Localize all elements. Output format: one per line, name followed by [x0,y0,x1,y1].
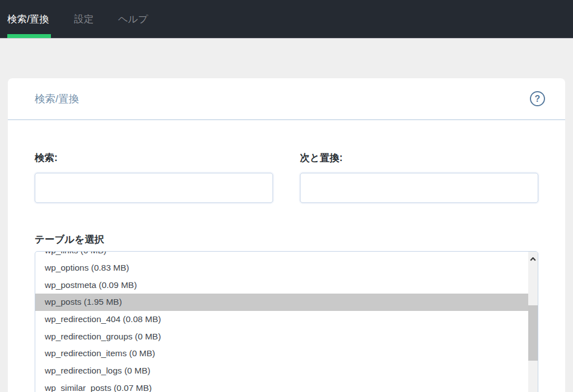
listbox-scrollbar[interactable] [528,252,538,392]
table-option-row[interactable]: wp_postmeta (0.09 MB) [35,276,528,294]
tables-listbox[interactable]: wp_links (0 MB)wp_options (0.83 MB)wp_po… [35,251,538,392]
table-option-row[interactable]: wp_links (0 MB) [35,251,528,259]
tab-settings[interactable]: 設定 [74,0,93,38]
panel-header: 検索/置換 ? [8,78,565,120]
search-input[interactable] [35,173,273,203]
search-field-group: 検索: [35,151,273,203]
replace-input[interactable] [300,173,538,203]
replace-label: 次と置換: [300,151,538,164]
panel-body: 検索: 次と置換: テーブルを選択 wp_links (0 MB)wp_opti… [8,151,565,392]
tab-help[interactable]: ヘルプ [118,0,148,38]
scroll-up-arrow-icon[interactable] [528,252,538,267]
panel-title: 検索/置換 [35,92,79,106]
table-option-row[interactable]: wp_redirection_logs (0 MB) [35,362,528,380]
tab-settings-label: 設定 [74,12,93,26]
table-option-row[interactable]: wp_posts (1.95 MB) [35,294,528,311]
table-option-row[interactable]: wp_redirection_items (0 MB) [35,345,528,362]
question-mark-circle-icon[interactable]: ? [530,91,545,106]
table-option-row[interactable]: wp_redirection_404 (0.08 MB) [35,311,528,328]
tab-search-replace[interactable]: 検索/置換 [7,0,49,38]
table-option-row[interactable]: wp_options (0.83 MB) [35,259,528,277]
tab-help-label: ヘルプ [118,12,148,26]
top-nav: 検索/置換 設定 ヘルプ [0,0,573,39]
search-replace-form: 検索: 次と置換: [35,151,538,203]
tables-list: wp_links (0 MB)wp_options (0.83 MB)wp_po… [35,251,528,392]
table-option-row[interactable]: wp_similar_posts (0.07 MB) [35,380,528,392]
table-option-row[interactable]: wp_redirection_groups (0 MB) [35,328,528,345]
tab-search-replace-label: 検索/置換 [7,12,49,26]
scrollbar-thumb[interactable] [528,305,538,361]
replace-field-group: 次と置換: [300,151,538,203]
select-tables-label: テーブルを選択 [35,233,538,246]
search-replace-panel: 検索/置換 ? 検索: 次と置換: テーブルを選択 wp_links (0 MB… [8,78,565,392]
search-label: 検索: [35,151,273,164]
